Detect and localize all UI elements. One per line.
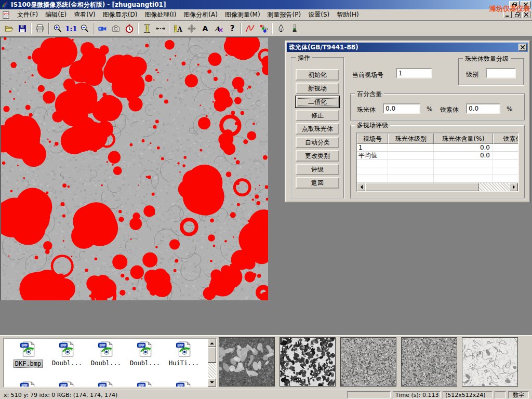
bmp-file-icon: BMP xyxy=(137,341,153,357)
file-item[interactable]: BMPDoubl... xyxy=(87,341,125,367)
table-column-header[interactable]: 铁素体含量(%) xyxy=(493,134,519,144)
table-row[interactable]: 平均值0.0 xyxy=(357,152,518,159)
table-row[interactable] xyxy=(357,175,518,183)
operation-group: 操作 初始化新视场二值化修正点取珠光体自动分类更改类别评级返回 xyxy=(291,57,344,198)
print-button[interactable] xyxy=(33,22,47,35)
status-empty-2 xyxy=(495,391,506,398)
file-item-partial[interactable]: BMP xyxy=(126,381,164,388)
measure-label-button[interactable]: A xyxy=(171,22,185,35)
thumbnail-1-dark[interactable] xyxy=(219,337,275,387)
vscroll-thumb[interactable] xyxy=(208,347,216,363)
table-row[interactable] xyxy=(357,167,518,175)
move-button[interactable] xyxy=(185,22,198,35)
menu-item[interactable]: 查看(V) xyxy=(70,9,99,20)
text-style-button[interactable]: A xyxy=(212,22,225,35)
current-field-input[interactable] xyxy=(396,68,432,78)
child-minimize-button[interactable] xyxy=(503,11,512,18)
save-button[interactable] xyxy=(16,22,29,35)
menu-item[interactable]: 帮助(H) xyxy=(333,9,362,20)
table-row[interactable] xyxy=(357,159,518,167)
thumbnail-4-speckle[interactable] xyxy=(401,337,457,387)
op-button-5[interactable]: 点取珠光体 xyxy=(296,123,339,135)
file-list-scrollbar[interactable] xyxy=(208,339,216,387)
rating-table[interactable]: 视场号珠光体级别珠光体含量(%)铁素体含量(%) 10.0平均值0.0 xyxy=(356,132,519,192)
ferrite-label: 铁素体 xyxy=(440,105,459,114)
text-button[interactable]: A xyxy=(198,22,212,35)
ferrite-input[interactable] xyxy=(466,103,500,114)
menu-item[interactable]: 图像分析(A) xyxy=(180,9,221,20)
menu-item[interactable]: 测量报告(P) xyxy=(264,9,305,20)
file-name-text: Doubl... xyxy=(129,360,161,367)
pearlite-input[interactable] xyxy=(383,103,420,114)
hscroll-left-button[interactable] xyxy=(357,183,365,191)
thumbnail-5-light[interactable] xyxy=(462,337,518,387)
table-column-header[interactable]: 珠光体含量(%) xyxy=(434,134,493,144)
hscroll-thumb[interactable] xyxy=(365,183,478,191)
file-name: DKF.bmp xyxy=(9,358,47,368)
file-item[interactable]: BMPDoubl... xyxy=(48,341,86,367)
child-restore-button[interactable] xyxy=(513,11,521,18)
file-item-partial[interactable]: BMP xyxy=(87,381,125,388)
op-button-8[interactable]: 评级 xyxy=(296,164,339,175)
dotted-ruler-button[interactable] xyxy=(154,22,167,35)
grade-input[interactable] xyxy=(486,68,516,78)
op-button-3[interactable]: 二值化 xyxy=(296,96,339,108)
restore-button[interactable] xyxy=(509,1,520,8)
menu-item[interactable]: 文件(F) xyxy=(14,9,42,20)
table-column-header[interactable]: 珠光体级别 xyxy=(388,134,434,144)
dialog-close-button[interactable] xyxy=(518,44,527,51)
table-cell xyxy=(493,175,519,182)
pen-button[interactable] xyxy=(274,22,288,35)
op-button-label: 更改类别 xyxy=(305,152,330,161)
actual-size-button[interactable]: 1:1 xyxy=(64,22,78,35)
help-button[interactable]: ? xyxy=(225,22,239,35)
op-button-6[interactable]: 自动分类 xyxy=(296,137,339,148)
rating-table-header: 视场号珠光体级别珠光体含量(%)铁素体含量(%) xyxy=(357,134,518,144)
thumbnail-2-contrast[interactable] xyxy=(280,337,336,387)
caliper-button[interactable] xyxy=(140,22,154,35)
menu-item[interactable]: 图像处理(I) xyxy=(141,9,180,20)
child-close-button[interactable] xyxy=(522,11,530,18)
table-cell xyxy=(434,159,493,167)
status-image-size: (512x512x24) xyxy=(443,391,493,398)
zoom-out-button[interactable] xyxy=(78,22,91,35)
file-item-partial[interactable]: BMP xyxy=(9,381,47,388)
rgb-points-button[interactable]: 123 xyxy=(257,22,270,35)
zoom-in-button[interactable] xyxy=(51,22,64,35)
file-item[interactable]: BMPDKF.bmp xyxy=(9,341,47,368)
op-button-2[interactable]: 新视场 xyxy=(296,83,339,94)
spline-button[interactable] xyxy=(243,22,257,35)
file-item[interactable]: BMPHuiTi... xyxy=(165,341,203,367)
file-item[interactable]: BMPDoubl... xyxy=(126,341,164,367)
snapshot-button[interactable] xyxy=(109,22,123,35)
status-mode: 数字 xyxy=(508,391,529,398)
op-button-7[interactable]: 更改类别 xyxy=(296,150,339,162)
op-button-1[interactable]: 初始化 xyxy=(296,69,339,81)
op-button-label: 返回 xyxy=(311,179,324,188)
open-button[interactable] xyxy=(2,22,16,35)
file-item-partial[interactable]: BMP xyxy=(165,381,203,388)
menu-item[interactable]: 编辑(E) xyxy=(42,9,70,20)
menu-item[interactable]: 图像显示(D) xyxy=(99,9,141,20)
file-list[interactable]: BMPDKF.bmpBMPDoubl...BMPDoubl...BMPDoubl… xyxy=(3,338,217,388)
menu-item[interactable]: 设置(S) xyxy=(304,9,333,20)
table-row[interactable]: 10.0 xyxy=(357,144,518,152)
table-column-header[interactable]: 视场号 xyxy=(357,134,388,144)
hscroll-right-button[interactable] xyxy=(510,183,518,191)
file-item-partial[interactable]: BMP xyxy=(48,381,86,388)
table-hscrollbar[interactable] xyxy=(357,183,518,191)
timer-button[interactable] xyxy=(123,22,136,35)
file-name-text: Doubl... xyxy=(90,360,122,367)
dialog-title-bar[interactable]: 珠光体(GB/T9441-88) xyxy=(287,43,528,52)
menu-item[interactable]: 图像测量(M) xyxy=(221,9,264,20)
op-button-9[interactable]: 返回 xyxy=(296,177,339,189)
metallograph-image[interactable] xyxy=(1,37,268,300)
op-button-4[interactable]: 修正 xyxy=(296,110,339,121)
vscroll-up-button[interactable] xyxy=(208,339,216,347)
video-capture-button[interactable] xyxy=(96,22,109,35)
vscroll-down-button[interactable] xyxy=(208,378,216,387)
brush-button[interactable] xyxy=(288,22,301,35)
rating-table-body: 10.0平均值0.0 xyxy=(357,144,518,183)
thumbnail-3-speckle[interactable] xyxy=(340,337,396,387)
close-button[interactable] xyxy=(521,1,531,8)
